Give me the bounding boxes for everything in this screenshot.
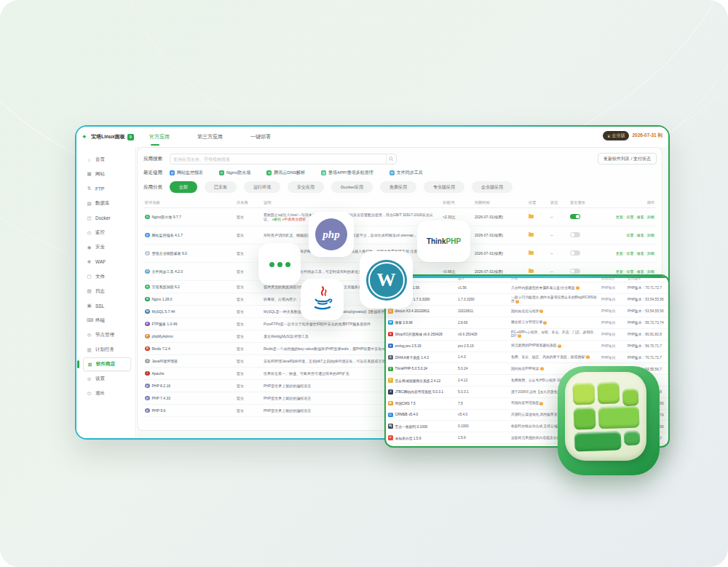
action-修复[interactable]: 修复 xyxy=(637,269,644,274)
recent-item-site-monitor-report[interactable]: ◍网站监控报表 xyxy=(170,170,203,176)
deploy-app-name[interactable]: JJTBC网站内容管理系统 5.0.3.1 xyxy=(388,389,454,394)
tab-third-party-apps[interactable]: 第三方应用 xyxy=(197,133,223,140)
sidebar-item-home[interactable]: ⌂首页 xyxy=(83,153,135,167)
action-更新[interactable]: 更新 xyxy=(616,215,623,219)
action-设置[interactable]: 设置 xyxy=(626,269,633,274)
app-name[interactable]: FFTP服务 1.0.49 xyxy=(145,322,234,327)
app-name[interactable]: NNginx 1.28.0 xyxy=(145,297,234,302)
action-separator: | xyxy=(645,269,646,274)
license-link[interactable]: »申请商业授权 xyxy=(282,217,306,221)
sidebar-item-ftp[interactable]: ⇅FTP xyxy=(83,182,135,196)
help-icon[interactable]: ? xyxy=(515,300,519,304)
category-pro-apps[interactable]: 专业版应用 xyxy=(424,181,464,193)
action-修复[interactable]: 修复 xyxy=(637,215,644,219)
action-设置[interactable]: 设置 xyxy=(626,251,633,255)
sidebar-item-node-manage[interactable]: ◎节点管理 xyxy=(83,328,135,342)
app-name[interactable]: JJava环境管理器 xyxy=(145,359,234,364)
deploy-app-name[interactable]: Qdiscuz-X3.4 20220811. xyxy=(388,309,454,314)
folder-icon[interactable] xyxy=(529,251,534,255)
deploy-app-name[interactable]: CCRMEB v5.4.0 xyxy=(388,413,454,418)
folder-icon[interactable] xyxy=(529,215,534,218)
sidebar-item-logs[interactable]: ▧日志 xyxy=(83,285,135,298)
folder-icon[interactable] xyxy=(529,269,534,273)
category-installed[interactable]: 已安装 xyxy=(205,181,237,193)
deploy-app-name[interactable]: XShopXO开源商城 v6.6 250428 xyxy=(388,332,454,337)
deploy-row-zblogphp: ZZ-BlogPHP 1.7.3.32901.7.3.3290一款小巧功能强大,… xyxy=(386,293,668,305)
sidebar-item-monitor[interactable]: ◴监控 xyxy=(83,226,135,239)
app-name[interactable]: pPHP 8.2.16 xyxy=(145,384,234,389)
recent-item-nginx-waf[interactable]: ⊖Nginx防火墙 xyxy=(219,170,250,176)
app-name[interactable]: ⊕宝塔系统加固 6.2 xyxy=(145,285,234,290)
deploy-app-name[interactable]: 帝帝国CMS 7.5 xyxy=(388,401,454,406)
home-display-toggle[interactable] xyxy=(570,232,580,237)
category-enterprise-apps[interactable]: 企业版应用 xyxy=(472,181,513,193)
sidebar-item-site[interactable]: ▦网站 xyxy=(83,167,135,181)
sidebar-item-app-store[interactable]: ⊞软件商店 xyxy=(83,357,131,371)
recent-item-tencent-dns[interactable]: ⊜腾讯云DNS解析 xyxy=(266,170,305,176)
category-all[interactable]: 全部 xyxy=(170,181,197,193)
tutorial-link[interactable]: »教程 xyxy=(272,217,281,221)
deploy-app-name[interactable]: M微擎 2.8.66 xyxy=(388,320,454,325)
update-software-list-button[interactable]: 更新软件列表 / 支付状态 xyxy=(598,153,657,164)
category-security-apps[interactable]: 安全应用 xyxy=(288,181,324,193)
folder-icon[interactable] xyxy=(529,233,534,237)
action-修复[interactable]: 修复 xyxy=(637,251,644,255)
app-name[interactable]: ▤堡塔企业级防篡改 6.0 xyxy=(145,251,234,256)
deploy-app-name[interactable]: ZZFAKA发卡系统 1.4.3 xyxy=(388,355,454,360)
deploy-app-name[interactable]: ♥未知表白墙 1.5.9 xyxy=(388,435,454,440)
recent-item-bt-app[interactable]: ▤堡塔APP/堡塔多机管理 xyxy=(321,170,373,176)
action-设置[interactable]: 设置 xyxy=(626,215,633,219)
help-icon[interactable]: ? xyxy=(539,309,543,313)
app-name[interactable]: pPHP 7.4.33 xyxy=(145,396,234,401)
action-卸载[interactable]: 卸载 xyxy=(647,269,654,274)
category-runtime[interactable]: 运行环境 xyxy=(244,181,280,193)
deploy-app-name[interactable]: eemlog pro 2.5.19 xyxy=(388,344,454,349)
deploy-app-name[interactable]: Y芸众商城智慧商业系统 2.4.12 xyxy=(388,378,454,383)
sidebar-item-settings[interactable]: ⊙设置 xyxy=(83,372,135,386)
home-display-toggle[interactable] xyxy=(570,269,580,274)
help-icon[interactable]: ? xyxy=(540,367,544,370)
action-卸载[interactable]: 卸载 xyxy=(647,233,654,237)
app-name[interactable]: ◍网站监控报表 4.1.7 xyxy=(145,233,234,238)
deploy-app-name[interactable]: 码五合一收款码 0.1000 xyxy=(388,424,454,429)
tab-one-click-deploy[interactable]: 一键部署 xyxy=(250,133,271,140)
app-name[interactable]: RRedis 7.2.4 xyxy=(145,346,234,352)
search-icon[interactable] xyxy=(386,154,396,164)
app-name[interactable]: /Apache xyxy=(145,371,234,376)
sidebar-item-cron[interactable]: ▥计划任务 xyxy=(83,343,135,357)
deploy-app-name[interactable]: TThinkPHP-5.0 5.0.24 xyxy=(388,367,454,372)
help-icon[interactable]: ? xyxy=(558,344,561,348)
action-更新[interactable]: 更新 xyxy=(616,269,623,274)
help-icon[interactable]: ? xyxy=(543,321,547,325)
app-name[interactable]: ⊖Nginx防火墙 9.7.7 xyxy=(145,215,234,220)
sidebar-item-security[interactable]: ◉安全 xyxy=(83,241,135,255)
home-display-toggle[interactable] xyxy=(570,250,580,255)
sidebar-item-waf[interactable]: ❋WAF xyxy=(83,255,135,269)
help-icon[interactable]: ? xyxy=(586,355,590,359)
app-name[interactable]: MMySQL 5.7.44 xyxy=(145,309,234,314)
app-name[interactable]: ⊟文件同步工具 4.2.0 xyxy=(145,269,234,274)
app-name[interactable]: PphpMyAdmin xyxy=(145,334,234,339)
sidebar-item-database[interactable]: ▤数据库 xyxy=(83,197,135,210)
search-input[interactable] xyxy=(173,157,386,162)
action-卸载[interactable]: 卸载 xyxy=(647,251,654,255)
action-separator: | xyxy=(645,215,646,219)
app-name[interactable]: pPHP-5.6 xyxy=(145,408,234,413)
home-display-toggle[interactable] xyxy=(570,214,580,219)
action-修复[interactable]: 修复 xyxy=(637,233,644,237)
action-卸载[interactable]: 卸载 xyxy=(647,215,654,219)
sidebar-item-logout[interactable]: ⏻退出 xyxy=(83,387,135,401)
action-设置[interactable]: 设置 xyxy=(626,233,633,237)
help-icon[interactable]: ? xyxy=(518,334,521,338)
help-icon[interactable]: ? xyxy=(539,402,543,405)
category-free-apps[interactable]: 免费应用 xyxy=(380,181,416,193)
tab-official-apps[interactable]: 官方应用 xyxy=(149,133,170,140)
sidebar-item-files[interactable]: ▢文件 xyxy=(83,270,135,284)
sidebar-item-ssl[interactable]: ▣SSL xyxy=(83,299,135,313)
action-更新[interactable]: 更新 xyxy=(616,251,623,255)
category-docker-apps[interactable]: Docker应用 xyxy=(331,181,373,193)
sidebar-item-terminal[interactable]: ⌨终端 xyxy=(83,314,135,328)
sidebar-item-docker[interactable]: ◫Docker xyxy=(83,211,135,225)
help-icon[interactable]: ? xyxy=(576,286,579,290)
recent-item-file-sync[interactable]: ⊟文件同步工具 xyxy=(389,170,423,176)
